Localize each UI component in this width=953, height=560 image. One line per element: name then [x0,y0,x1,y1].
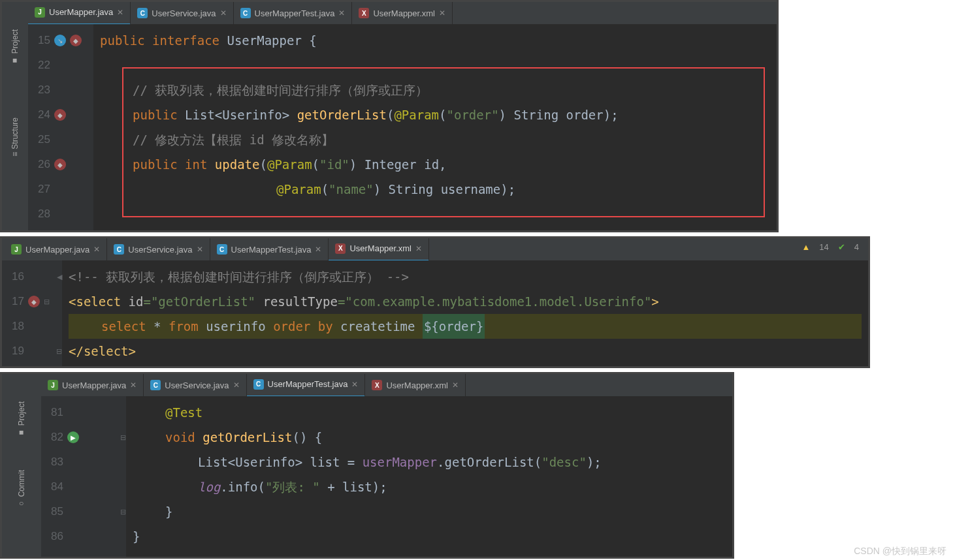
line-number: 85 [46,505,63,518]
line-number: 84 [46,480,63,493]
tab-usermappertest-java[interactable]: CUserMapperTest.java✕ [247,374,366,397]
line-number: 16 [7,270,24,283]
tab-label: UserMapper.java [49,7,113,17]
editor-panel-test: JUserMapper.java✕ CUserService.java✕ CUs… [0,372,734,559]
tool-project[interactable]: ■Project [10,29,20,65]
line-number: 81 [46,406,63,419]
gutter: 15↘◆ 22 23 24◆ 25 26◆ 27 28 [28,24,93,230]
java-file-icon: J [35,7,45,18]
tab-label: UserMapperTest.java [268,379,348,389]
fold-end-icon[interactable]: ⊟ [120,508,126,516]
class-file-icon: C [114,244,124,255]
tab-label: UserMapperTest.java [255,8,335,18]
class-file-icon: C [137,8,148,18]
tab-label: UserMapper.xml [373,8,435,18]
line-number: 18 [7,320,24,333]
close-icon[interactable]: ✕ [197,245,203,254]
line-number: 25 [33,133,50,146]
editor-panel-xml: JUserMapper.java✕ CUserService.java✕ CUs… [0,236,870,368]
gutter: 16◀ 17◆⊟ 18 19⊟ [2,260,62,366]
tab-label: UserService.java [152,8,216,18]
xml-file-icon: X [335,243,346,254]
nav-icon[interactable]: ↘ [54,35,66,46]
code-editor[interactable]: @Test void getOrderList() { List<Userinf… [126,396,732,557]
editor-panel-usermapper: JUserMapper.java✕ CUserService.java✕ CUs… [0,0,779,232]
ok-count: 4 [854,242,859,252]
line-number: 26 [33,158,50,171]
tab-label: UserMapper.java [25,245,89,255]
class-file-icon: C [253,379,264,390]
close-icon[interactable]: ✕ [130,381,137,390]
line-number: 15 [33,34,50,47]
tab-label: UserMapper.java [62,381,126,390]
close-icon[interactable]: ✕ [220,8,227,18]
class-file-icon: C [150,380,161,390]
tab-label: UserMapper.xml [386,381,448,390]
close-icon[interactable]: ✕ [415,244,422,253]
close-icon[interactable]: ✕ [351,380,358,389]
close-icon[interactable]: ✕ [452,381,459,390]
tab-label: UserService.java [165,381,229,390]
mybatis-icon[interactable]: ◆ [54,159,66,170]
tab-label: UserService.java [128,245,192,255]
code-editor[interactable]: public interface UserMapper { // 获取列表，根据… [93,24,777,230]
ok-icon: ✔ [838,242,845,252]
close-icon[interactable]: ✕ [315,245,321,254]
tab-bar: JUserMapper.java✕ CUserService.java✕ CUs… [2,2,777,25]
fold-end-icon[interactable]: ⊟ [56,347,62,356]
warning-count: 14 [819,242,828,252]
tab-label: UserMapperTest.java [231,245,312,255]
tab-userservice-java[interactable]: CUserService.java✕ [131,2,233,24]
line-number: 28 [33,208,50,221]
inspection-widget[interactable]: ▲14✔4 [801,242,859,252]
line-number: 27 [33,183,50,196]
warning-icon: ▲ [801,242,810,252]
line-number: 22 [33,59,50,72]
xml-file-icon: X [359,8,369,18]
xml-file-icon: X [372,380,382,390]
close-icon[interactable]: ✕ [93,245,100,254]
tab-usermapper-java[interactable]: JUserMapper.java✕ [5,238,107,260]
run-test-icon[interactable]: ▶ [67,431,79,443]
tool-structure[interactable]: ≡Structure [10,117,20,157]
mybatis-icon[interactable]: ◆ [70,35,82,46]
class-file-icon: C [240,8,251,18]
line-number: 19 [7,345,24,358]
tool-commit[interactable]: ○Commit [17,470,26,508]
watermark: CSDN @快到锅里来呀 [854,546,946,557]
close-icon[interactable]: ✕ [233,381,240,390]
tool-window-bar: ■Project ○Commit [2,396,41,557]
tab-usermapper-java[interactable]: JUserMapper.java✕ [28,2,131,25]
line-number: 83 [46,456,63,469]
tab-userservice-java[interactable]: CUserService.java✕ [144,374,246,396]
line-number: 17 [7,295,24,308]
class-file-icon: C [217,244,227,255]
tab-label: UserMapper.xml [349,243,412,253]
tab-bar: JUserMapper.java✕ CUserService.java✕ CUs… [2,374,732,397]
tab-userservice-java[interactable]: CUserService.java✕ [107,238,210,260]
line-number: 86 [46,530,63,543]
tab-usermapper-xml[interactable]: XUserMapper.xml✕ [352,2,453,24]
fold-icon[interactable]: ⊟ [44,298,50,306]
breadcrumb-back-icon[interactable]: ◀ [57,273,62,281]
line-number: 82 [46,431,63,444]
line-number: 24 [33,108,50,121]
gutter: 81 82▶⊟ 83 84 85⊟ 86 [41,396,126,557]
mybatis-icon[interactable]: ◆ [28,296,40,307]
close-icon[interactable]: ✕ [439,8,445,18]
tab-usermapper-xml[interactable]: XUserMapper.xml✕ [329,238,429,261]
mybatis-icon[interactable]: ◆ [54,109,66,121]
tab-usermappertest-java[interactable]: CUserMapperTest.java✕ [234,2,353,24]
close-icon[interactable]: ✕ [338,8,345,18]
close-icon[interactable]: ✕ [117,8,123,17]
fold-icon[interactable]: ⊟ [120,433,126,442]
tab-bar: JUserMapper.java✕ CUserService.java✕ CUs… [2,238,868,261]
tab-usermappertest-java[interactable]: CUserMapperTest.java✕ [210,238,329,260]
line-number: 23 [33,84,50,97]
tab-usermapper-xml[interactable]: XUserMapper.xml✕ [365,374,466,396]
java-file-icon: J [48,380,58,390]
tab-usermapper-java[interactable]: JUserMapper.java✕ [41,374,144,396]
code-editor[interactable]: <!-- 获取列表，根据创建时间进行排序（倒序或正序） --> <select … [62,260,868,366]
tool-project[interactable]: ■Project [17,401,26,437]
java-file-icon: J [11,244,22,255]
